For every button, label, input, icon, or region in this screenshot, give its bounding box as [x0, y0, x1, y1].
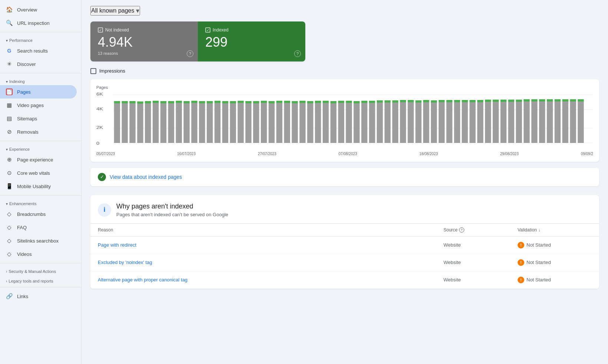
svg-rect-70	[353, 103, 359, 143]
sidebar-item-breadcrumbs[interactable]: ◇ Breadcrumbs	[0, 207, 77, 221]
impressions-label: Impressions	[99, 68, 125, 74]
row-reason-2: Alternative page with proper canonical t…	[98, 277, 443, 283]
impressions-row: Impressions	[90, 66, 599, 76]
svg-rect-85	[408, 100, 413, 102]
pages-dropdown[interactable]: All known pages ▾	[90, 6, 140, 16]
chevron-down-icon: ▾	[6, 39, 8, 43]
sidebar-item-label: Page experience	[17, 157, 53, 163]
table-row[interactable]: Alternative page with proper canonical t…	[90, 271, 599, 289]
sidebar-item-faq[interactable]: ◇ FAQ	[0, 221, 77, 234]
faq-icon: ◇	[6, 224, 13, 231]
svg-rect-62	[323, 103, 329, 143]
svg-rect-78	[385, 103, 391, 143]
svg-rect-71	[353, 101, 359, 103]
svg-rect-39	[230, 101, 236, 103]
section-enhancements[interactable]: ▾ Enhancements	[0, 198, 81, 207]
svg-rect-13	[129, 101, 135, 103]
svg-rect-106	[493, 102, 499, 143]
section-performance[interactable]: ▾ Performance	[0, 34, 81, 44]
svg-rect-75	[369, 101, 375, 103]
svg-rect-20	[160, 103, 166, 143]
svg-rect-119	[539, 99, 545, 101]
sidebar-item-label: Video pages	[17, 103, 44, 108]
svg-rect-59	[307, 101, 313, 103]
table-row[interactable]: Excluded by 'noindex' tag Website ! Not …	[90, 254, 599, 271]
breadcrumbs-icon: ◇	[6, 211, 13, 217]
sidebar-item-search-results[interactable]: G Search results	[0, 44, 77, 57]
row-reason-0: Page with redirect	[98, 242, 443, 248]
svg-rect-37	[222, 101, 228, 103]
chevron-down-icon: ▾	[136, 7, 139, 15]
svg-rect-109	[501, 100, 506, 102]
sidebar-item-label: Overview	[17, 7, 37, 13]
sidebar-item-sitelinks-searchbox[interactable]: ◇ Sitelinks searchbox	[0, 234, 77, 247]
sidebar-item-url-inspection[interactable]: 🔍 URL inspection	[0, 16, 77, 30]
svg-rect-25	[176, 101, 182, 103]
chevron-down-icon: ▾	[6, 202, 8, 206]
x-label-5: 29/08/2023	[500, 152, 519, 156]
svg-rect-68	[346, 103, 352, 143]
svg-rect-52	[284, 103, 290, 143]
section-legacy[interactable]: › Legacy tools and reports	[0, 275, 81, 285]
sidebar: 🏠 Overview 🔍 URL inspection ▾ Performanc…	[0, 0, 82, 364]
core-web-vitals-icon: ⊙	[6, 170, 13, 176]
sidebar-item-removals[interactable]: ⊘ Removals	[0, 125, 77, 138]
dropdown-label: All known pages	[91, 7, 134, 14]
removals-icon: ⊘	[6, 128, 13, 135]
pages-icon: 📄	[6, 89, 13, 95]
svg-rect-123	[555, 99, 561, 101]
not-indexed-checkbox[interactable]	[98, 27, 103, 33]
svg-rect-112	[516, 102, 522, 143]
view-indexed-data-link[interactable]: ✓ View data about indexed pages	[90, 168, 599, 186]
not-indexed-title: Why pages aren't indexed	[116, 203, 228, 210]
svg-rect-56	[299, 103, 305, 143]
section-experience[interactable]: ▾ Experience	[0, 143, 81, 153]
indexed-checkbox[interactable]	[205, 27, 210, 33]
svg-rect-60	[315, 103, 321, 143]
svg-rect-26	[183, 103, 189, 143]
svg-rect-105	[485, 100, 491, 102]
sidebar-item-discover[interactable]: ✳ Discover	[0, 57, 77, 71]
sidebar-item-video-pages[interactable]: ▦ Video pages	[0, 98, 77, 112]
svg-rect-118	[539, 101, 545, 143]
x-label-1: 16/07/2023	[177, 152, 196, 156]
sidebar-item-label: Videos	[17, 251, 32, 257]
svg-rect-97	[454, 100, 460, 102]
indexed-label: Indexed	[213, 27, 229, 33]
sidebar-item-mobile-usability[interactable]: 📱 Mobile Usability	[0, 180, 77, 193]
sidebar-item-page-experience[interactable]: ⊕ Page experience	[0, 153, 77, 166]
svg-rect-79	[385, 100, 391, 103]
svg-rect-67	[338, 101, 344, 103]
sidebar-item-overview[interactable]: 🏠 Overview	[0, 3, 77, 16]
source-help-icon[interactable]: ?	[459, 227, 464, 233]
svg-rect-73	[361, 101, 367, 103]
not-indexed-help-icon[interactable]: ?	[187, 50, 193, 57]
sidebar-item-label: Search results	[17, 48, 48, 54]
sidebar-item-core-web-vitals[interactable]: ⊙ Core web vitals	[0, 166, 77, 180]
impressions-checkbox[interactable]	[90, 68, 96, 74]
sidebar-item-label: Links	[17, 294, 28, 299]
row-source-2: Website	[443, 277, 518, 283]
index-status-cards: Not indexed 4.94K 13 reasons ? Indexed 2…	[90, 21, 305, 61]
card-header-not-indexed: Not indexed	[98, 27, 190, 33]
page-content: Not indexed 4.94K 13 reasons ? Indexed 2…	[82, 21, 608, 298]
col-header-reason: Reason	[98, 227, 443, 233]
table-row[interactable]: Page with redirect Website ! Not Started	[90, 237, 599, 254]
sidebar-item-links[interactable]: 🔗 Links	[0, 290, 77, 303]
sidebar-item-sitemaps[interactable]: ▤ Sitemaps	[0, 112, 77, 125]
x-label-3: 07/08/2023	[339, 152, 357, 156]
svg-rect-127	[570, 99, 576, 101]
indexed-help-icon[interactable]: ?	[294, 50, 301, 57]
svg-rect-103	[477, 100, 483, 102]
svg-rect-96	[454, 102, 460, 143]
warning-icon: !	[518, 277, 524, 283]
svg-rect-80	[392, 103, 398, 143]
sidebar-item-videos[interactable]: ◇ Videos	[0, 247, 77, 261]
svg-rect-101	[469, 100, 475, 102]
section-indexing[interactable]: ▾ Indexing	[0, 76, 81, 85]
svg-rect-113	[516, 100, 522, 102]
section-security[interactable]: › Security & Manual Actions	[0, 266, 81, 275]
sidebar-item-pages[interactable]: 📄 Pages	[0, 85, 77, 98]
svg-rect-121	[547, 99, 553, 101]
svg-rect-35	[215, 101, 220, 103]
